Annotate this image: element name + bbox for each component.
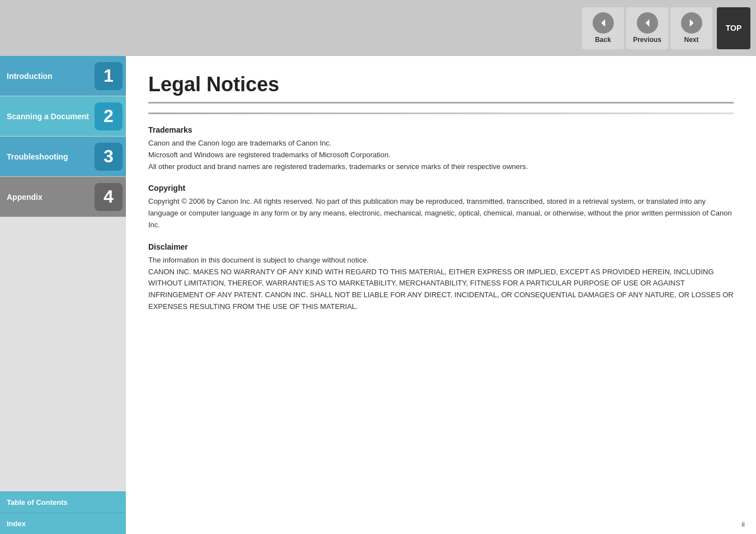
page-number: ii [741,520,745,528]
sidebar-item-troubleshooting[interactable]: Troubleshooting 3 [0,137,126,177]
sidebar-number-introduction: 1 [95,62,123,90]
trademarks-heading: Trademarks [148,125,734,134]
title-divider [148,113,734,114]
top-button[interactable]: TOP [717,7,750,49]
sidebar-number-scanning: 2 [95,102,123,130]
section-disclaimer: Disclaimer The information in this docum… [148,242,734,313]
disclaimer-p2: CANON INC. MAKES NO WARRANTY OF ANY KIND… [148,266,734,313]
sidebar-label-troubleshooting: Troubleshooting [0,152,95,161]
disclaimer-p1: The information in this document is subj… [148,255,734,266]
next-icon [681,12,702,34]
sidebar-item-scanning[interactable]: Scanning a Document 2 [0,96,126,137]
copyright-p1: Copyright © 2006 by Canon Inc. All right… [148,196,734,231]
sidebar-bottom: Table of Contents Index [0,491,126,534]
next-button[interactable]: Next [670,7,712,49]
page-title: Legal Notices [148,73,734,104]
disclaimer-text: The information in this document is subj… [148,255,734,313]
sidebar-number-appendix: 4 [95,183,123,211]
section-trademarks: Trademarks Canon and the Canon logo are … [148,125,734,172]
sidebar-item-introduction[interactable]: Introduction 1 [0,56,126,96]
trademarks-p2: Microsoft and Windows are registered tra… [148,149,734,161]
trademarks-p1: Canon and the Canon logo are trademarks … [148,138,734,149]
svg-marker-1 [645,19,649,26]
toc-label: Table of Contents [0,498,68,507]
disclaimer-heading: Disclaimer [148,242,734,251]
section-copyright: Copyright Copyright © 2006 by Canon Inc.… [148,184,734,231]
back-button[interactable]: Back [582,7,624,49]
copyright-text: Copyright © 2006 by Canon Inc. All right… [148,196,734,231]
index-label: Index [0,519,26,528]
previous-icon [637,12,658,34]
top-bar: Back Previous Next TOP [0,0,756,56]
previous-button[interactable]: Previous [626,7,668,49]
sidebar-item-index[interactable]: Index [0,513,126,534]
sidebar-item-toc[interactable]: Table of Contents [0,491,126,513]
sidebar-label-appendix: Appendix [0,193,95,202]
trademarks-text: Canon and the Canon logo are trademarks … [148,138,734,172]
sidebar-label-introduction: Introduction [0,72,95,81]
svg-marker-2 [689,19,693,26]
copyright-heading: Copyright [148,184,734,193]
main-content: Legal Notices Trademarks Canon and the C… [126,56,756,534]
svg-marker-0 [601,19,605,26]
nav-buttons: Back Previous Next TOP [582,7,750,49]
previous-label: Previous [633,36,661,44]
sidebar-label-scanning: Scanning a Document [0,112,95,121]
top-label: TOP [726,24,742,32]
back-icon [593,12,614,34]
next-label: Next [684,36,698,44]
trademarks-p3: All other product and brand names are re… [148,161,734,173]
sidebar: Introduction 1 Scanning a Document 2 Tro… [0,56,126,534]
sidebar-number-troubleshooting: 3 [95,143,123,171]
sidebar-item-appendix[interactable]: Appendix 4 [0,177,126,217]
back-label: Back [595,36,611,44]
